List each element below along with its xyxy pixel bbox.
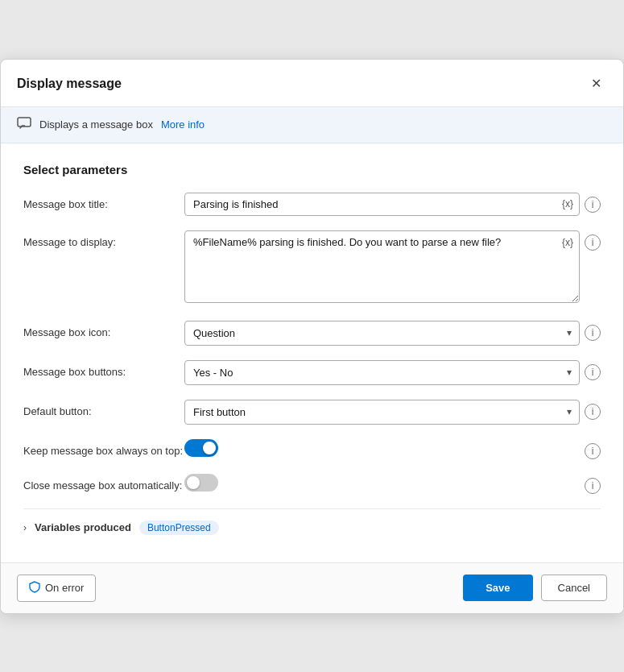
form-row-close-auto: Close message box automatically: i — [23, 474, 601, 494]
control-message-box-icon: Question Information Warning Error None … — [184, 321, 601, 346]
info-icon-default-button[interactable]: i — [585, 404, 601, 420]
label-message-box-title: Message box title: — [23, 193, 184, 210]
chevron-icon[interactable]: › — [23, 522, 27, 533]
form-row-default-button: Default button: First button Second butt… — [23, 400, 601, 425]
toggle-track-on-top — [184, 439, 218, 457]
message-textarea-wrap: %FileName% parsing is finished. Do you w… — [184, 230, 580, 306]
dialog: Display message ✕ Displays a message box… — [0, 59, 624, 614]
chat-icon — [17, 117, 31, 133]
form-row-buttons: Message box buttons: Yes - No OK OK - Ca… — [23, 360, 601, 385]
form-row-keep-on-top: Keep message box always on top: i — [23, 439, 601, 459]
close-button[interactable]: ✕ — [585, 73, 607, 95]
info-icon-title[interactable]: i — [585, 197, 601, 213]
label-close-auto: Close message box automatically: — [23, 474, 184, 492]
info-banner: Displays a message box More info — [1, 107, 623, 143]
label-default-button: Default button: — [23, 400, 184, 417]
close-auto-toggle[interactable] — [184, 474, 218, 492]
default-button-select-wrap: First button Second button Third button … — [184, 400, 580, 425]
dialog-title: Display message — [17, 77, 122, 91]
toggle-thumb-close-auto — [187, 476, 200, 489]
close-auto-toggle-wrap — [184, 474, 218, 492]
form-row-message: Message to display: %FileName% parsing i… — [23, 230, 601, 306]
banner-text: Displays a message box — [39, 118, 153, 131]
on-error-button[interactable]: On error — [17, 575, 96, 602]
cancel-button[interactable]: Cancel — [541, 575, 607, 601]
keep-on-top-toggle[interactable] — [184, 439, 218, 457]
dialog-body: Select parameters Message box title: {x}… — [1, 143, 623, 562]
label-message-to-display: Message to display: — [23, 230, 184, 248]
info-icon-keep-on-top[interactable]: i — [585, 443, 601, 459]
section-title: Select parameters — [23, 163, 601, 176]
more-info-link[interactable]: More info — [161, 118, 205, 131]
control-message-box-title: {x} i — [184, 193, 601, 216]
control-keep-on-top: i — [184, 439, 601, 459]
label-keep-on-top: Keep message box always on top: — [23, 439, 184, 457]
message-box-buttons-select[interactable]: Yes - No OK OK - Cancel Yes - No - Cance… — [184, 360, 580, 385]
save-button[interactable]: Save — [463, 575, 532, 601]
form-row-icon: Message box icon: Question Information W… — [23, 321, 601, 346]
message-textarea[interactable]: %FileName% parsing is finished. Do you w… — [184, 230, 580, 303]
control-message-box-buttons: Yes - No OK OK - Cancel Yes - No - Cance… — [184, 360, 601, 385]
dialog-header: Display message ✕ — [1, 60, 623, 107]
info-icon-message[interactable]: i — [585, 234, 601, 251]
on-error-label: On error — [45, 582, 84, 594]
control-message-to-display: %FileName% parsing is finished. Do you w… — [184, 230, 601, 306]
info-icon-buttons[interactable]: i — [585, 364, 601, 380]
label-message-box-buttons: Message box buttons: — [23, 360, 184, 378]
footer-right: Save Cancel — [463, 575, 607, 601]
message-box-buttons-select-wrap: Yes - No OK OK - Cancel Yes - No - Cance… — [184, 360, 580, 385]
dialog-footer: On error Save Cancel — [1, 562, 623, 613]
message-box-icon-select-wrap: Question Information Warning Error None … — [184, 321, 580, 346]
variables-row: › Variables produced ButtonPressed — [23, 508, 601, 543]
keep-on-top-toggle-wrap — [184, 439, 218, 457]
message-box-title-input-wrap: {x} — [184, 193, 580, 216]
control-close-auto: i — [184, 474, 601, 494]
toggle-track-close-auto — [184, 474, 218, 492]
info-icon-box-icon[interactable]: i — [585, 325, 601, 341]
message-box-icon-select[interactable]: Question Information Warning Error None — [184, 321, 580, 346]
form-row-title: Message box title: {x} i — [23, 193, 601, 216]
variable-badge: ButtonPressed — [139, 521, 219, 535]
toggle-thumb-on-top — [203, 442, 216, 454]
info-icon-close-auto[interactable]: i — [585, 478, 601, 494]
message-box-title-input[interactable] — [184, 193, 580, 216]
label-message-box-icon: Message box icon: — [23, 321, 184, 338]
variables-label: Variables produced — [35, 521, 131, 533]
control-default-button: First button Second button Third button … — [184, 400, 601, 425]
shield-icon — [29, 581, 40, 595]
default-button-select[interactable]: First button Second button Third button — [184, 400, 580, 425]
